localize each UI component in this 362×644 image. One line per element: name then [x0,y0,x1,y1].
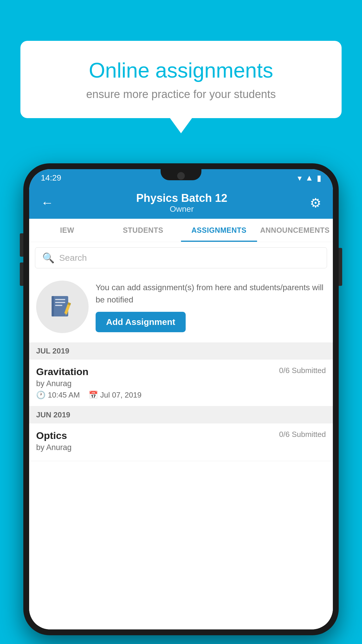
phone-screen: 14:29 ▾ ▲ ▮ ← Physics Batch 12 Owner ⚙ [29,169,333,629]
speech-bubble-title: Online assignments [41,58,321,82]
status-icons: ▾ ▲ ▮ [298,173,321,183]
content-area: 🔍 Search [29,242,333,629]
battery-icon: ▮ [317,173,321,183]
assignment-item-gravitation[interactable]: Gravitation 0/6 Submitted by Anurag 🕐 10… [29,360,333,406]
svg-rect-4 [55,305,62,306]
add-assignment-button[interactable]: Add Assignment [96,312,186,332]
svg-rect-3 [55,302,65,303]
section-header-jun: JUN 2019 [29,406,333,424]
settings-icon[interactable]: ⚙ [307,192,324,213]
side-button-vol-up [20,233,23,257]
app-bar: ← Physics Batch 12 Owner ⚙ [29,187,333,219]
assignment-row1-optics: Optics 0/6 Submitted [36,430,326,441]
promo-icon-wrap [36,281,89,333]
tabs-bar: IEW STUDENTS ASSIGNMENTS ANNOUNCEMENTS [29,219,333,242]
phone-camera [177,172,185,180]
assignment-submitted-optics: 0/6 Submitted [279,430,326,439]
promo-text-area: You can add assignment(s) from here and … [96,281,326,332]
section-header-jul: JUL 2019 [29,342,333,360]
assignment-date: 📅 Jul 07, 2019 [89,391,142,400]
assignment-row1: Gravitation 0/6 Submitted [36,366,326,377]
assignment-time: 🕐 10:45 AM [36,391,80,400]
side-button-vol-down [20,262,23,286]
phone-outer: 14:29 ▾ ▲ ▮ ← Physics Batch 12 Owner ⚙ [23,163,339,635]
notebook-icon [49,294,75,320]
speech-bubble: Online assignments ensure more practice … [20,41,342,118]
calendar-icon: 📅 [89,391,98,400]
wifi-icon: ▾ [298,173,302,183]
app-bar-title-group: Physics Batch 12 Owner [57,192,307,214]
back-button[interactable]: ← [38,192,57,213]
promo-description: You can add assignment(s) from here and … [96,281,326,306]
assignment-submitted: 0/6 Submitted [279,366,326,375]
assignment-item-optics[interactable]: Optics 0/6 Submitted by Anurag [29,424,333,461]
status-time: 14:29 [41,173,61,183]
search-placeholder: Search [59,253,87,263]
side-button-power [339,248,342,286]
phone-wrapper: 14:29 ▾ ▲ ▮ ← Physics Batch 12 Owner ⚙ [23,163,339,635]
speech-bubble-container: Online assignments ensure more practice … [20,41,342,118]
assignment-title: Gravitation [36,366,88,377]
search-bar[interactable]: 🔍 Search [35,247,327,268]
tab-assignments[interactable]: ASSIGNMENTS [181,219,257,242]
speech-bubble-subtitle: ensure more practice for your students [41,88,321,101]
svg-rect-1 [52,296,54,316]
time-icon: 🕐 [36,391,45,400]
app-bar-title: Physics Batch 12 [136,192,227,204]
assignment-meta: 🕐 10:45 AM 📅 Jul 07, 2019 [36,391,326,400]
assignment-title-optics: Optics [36,430,67,441]
app-bar-subtitle: Owner [170,204,194,214]
tab-iew[interactable]: IEW [29,219,105,242]
tab-students[interactable]: STUDENTS [105,219,181,242]
assignment-by: by Anurag [36,379,326,388]
promo-card: You can add assignment(s) from here and … [29,274,333,340]
signal-icon: ▲ [305,173,313,183]
phone-notch [161,169,201,180]
search-icon: 🔍 [42,252,55,264]
assignment-by-optics: by Anurag [36,443,326,452]
tab-announcements[interactable]: ANNOUNCEMENTS [257,219,333,242]
svg-rect-2 [55,299,65,300]
